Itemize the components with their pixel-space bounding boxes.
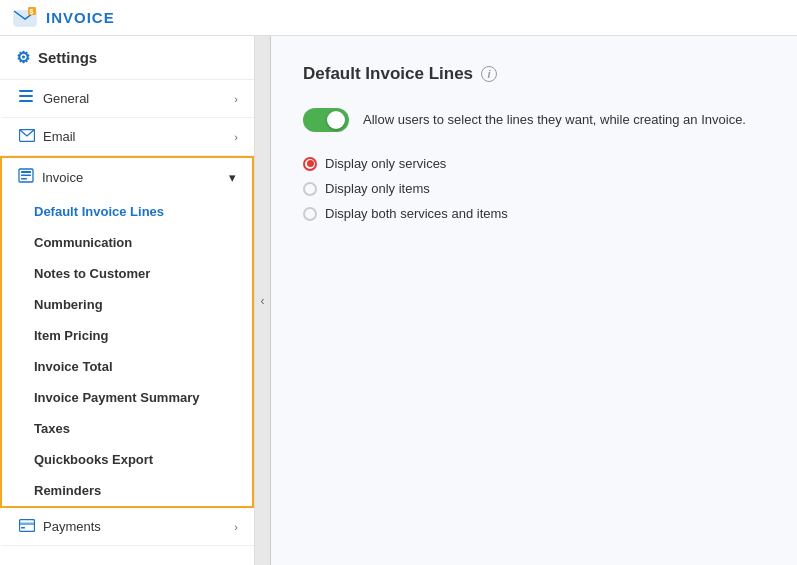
radio-circle-services-only (303, 157, 317, 171)
svg-rect-8 (21, 171, 31, 173)
payments-icon (19, 518, 35, 535)
page-title: Default Invoice Lines (303, 64, 473, 84)
invoice-header[interactable]: Invoice ▾ (2, 158, 252, 196)
sidebar-settings-header: ⚙ Settings (0, 36, 254, 80)
email-chevron: › (234, 131, 238, 143)
subnav-item-invoice-total[interactable]: Invoice Total (2, 351, 252, 382)
svg-rect-9 (21, 175, 31, 177)
invoice-item-left: Invoice (18, 168, 83, 186)
content-area: Default Invoice Lines i Allow users to s… (271, 36, 797, 565)
svg-rect-11 (20, 520, 35, 532)
invoice-label: Invoice (42, 170, 83, 185)
sidebar-item-email[interactable]: Email › (0, 118, 254, 156)
radio-option-services-only[interactable]: Display only services (303, 156, 765, 171)
payments-chevron: › (234, 521, 238, 533)
toggle-switch[interactable] (303, 108, 349, 132)
content-title: Default Invoice Lines i (303, 64, 765, 84)
app-title: INVOICE (46, 9, 115, 26)
email-label: Email (43, 129, 76, 144)
subnav-item-notes-to-customer[interactable]: Notes to Customer (2, 258, 252, 289)
radio-circle-items-only (303, 182, 317, 196)
sidebar-item-payments[interactable]: Payments › (0, 508, 254, 546)
radio-option-items-only[interactable]: Display only items (303, 181, 765, 196)
svg-rect-10 (21, 178, 27, 180)
payments-item-left: Payments (19, 518, 101, 535)
svg-rect-13 (21, 527, 25, 529)
radio-label-items-only: Display only items (325, 181, 430, 196)
subnav-item-quickbooks-export[interactable]: Quickbooks Export (2, 444, 252, 475)
general-item-left: General (19, 90, 89, 107)
subnav-item-reminders[interactable]: Reminders (2, 475, 252, 506)
subnav-item-item-pricing[interactable]: Item Pricing (2, 320, 252, 351)
invoice-icon (18, 168, 34, 186)
subnav-item-default-invoice-lines[interactable]: Default Invoice Lines (2, 196, 252, 227)
sidebar-item-general[interactable]: General › (0, 80, 254, 118)
toggle-thumb (327, 111, 345, 129)
svg-rect-4 (19, 95, 33, 97)
invoice-subnav: Default Invoice Lines Communication Note… (2, 196, 252, 506)
invoice-chevron: ▾ (229, 170, 236, 185)
subnav-item-taxes[interactable]: Taxes (2, 413, 252, 444)
payments-label: Payments (43, 519, 101, 534)
radio-label-services-only: Display only services (325, 156, 446, 171)
main-layout: ⚙ Settings General › Ema (0, 36, 797, 565)
svg-rect-12 (20, 523, 35, 526)
toggle-row: Allow users to select the lines they wan… (303, 108, 765, 132)
invoice-section: Invoice ▾ Default Invoice Lines Communic… (0, 156, 254, 508)
subnav-item-invoice-payment-summary[interactable]: Invoice Payment Summary (2, 382, 252, 413)
collapse-handle[interactable]: ‹ (255, 36, 271, 565)
subnav-item-communication[interactable]: Communication (2, 227, 252, 258)
settings-label: Settings (38, 49, 97, 66)
general-label: General (43, 91, 89, 106)
app-logo: $ (12, 5, 38, 31)
collapse-icon: ‹ (261, 294, 265, 308)
svg-rect-5 (19, 100, 33, 102)
general-icon (19, 90, 35, 107)
radio-circle-both (303, 207, 317, 221)
svg-text:$: $ (30, 8, 34, 16)
svg-rect-3 (19, 90, 33, 92)
radio-group: Display only services Display only items… (303, 156, 765, 221)
radio-label-both: Display both services and items (325, 206, 508, 221)
info-icon[interactable]: i (481, 66, 497, 82)
email-icon (19, 128, 35, 145)
top-header: $ INVOICE (0, 0, 797, 36)
toggle-label: Allow users to select the lines they wan… (363, 111, 746, 129)
radio-option-both[interactable]: Display both services and items (303, 206, 765, 221)
general-chevron: › (234, 93, 238, 105)
email-item-left: Email (19, 128, 76, 145)
subnav-item-numbering[interactable]: Numbering (2, 289, 252, 320)
gear-icon: ⚙ (16, 48, 30, 67)
sidebar: ⚙ Settings General › Ema (0, 36, 255, 565)
